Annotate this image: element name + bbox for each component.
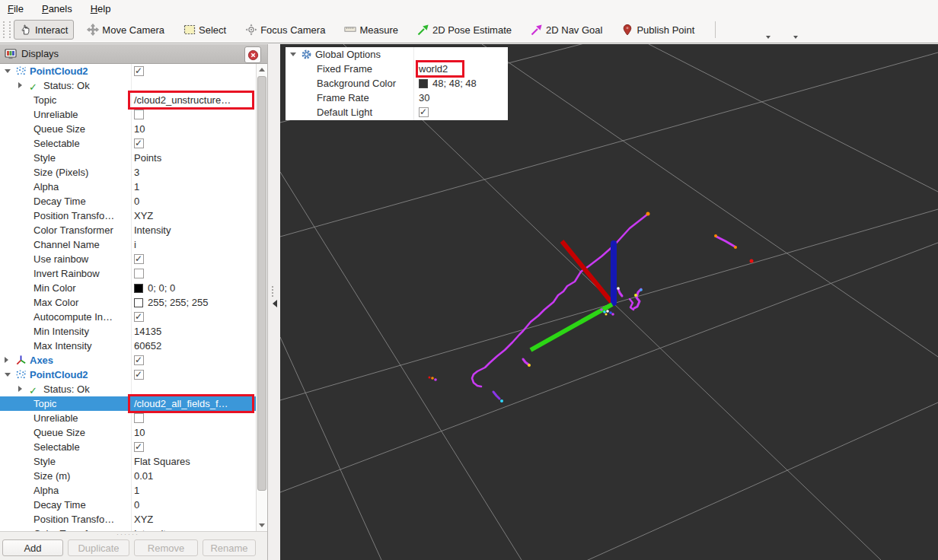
tree-row-invert-rainbow[interactable]: Invert Rainbow <box>0 266 257 281</box>
eye-button[interactable] <box>778 20 798 40</box>
property-value[interactable]: 10 <box>134 122 145 136</box>
property-value[interactable] <box>134 353 144 368</box>
expander-closed-icon[interactable] <box>18 82 22 88</box>
minus-button[interactable] <box>751 20 770 40</box>
tool-interact[interactable]: Interact <box>14 20 74 40</box>
property-value[interactable]: Flat Squares <box>134 454 190 469</box>
expander-open-icon[interactable] <box>5 373 11 377</box>
tree-row-size-pixels-[interactable]: Size (Pixels)3 <box>0 165 257 180</box>
property-value[interactable]: /cloud2_all_fields_f… <box>134 396 228 411</box>
checkbox-checked[interactable] <box>134 312 144 322</box>
plus-button[interactable] <box>723 20 743 40</box>
tree-row-min-color[interactable]: Min Color0; 0; 0 <box>0 281 257 295</box>
property-value[interactable]: Points <box>134 151 161 165</box>
scrollbar-thumb[interactable] <box>257 76 266 491</box>
tree-row-selectable[interactable]: Selectable <box>0 440 257 454</box>
property-value[interactable] <box>134 440 144 454</box>
property-value[interactable]: /cloud2_unstructure… <box>134 93 231 107</box>
tool-move-camera[interactable]: Move Camera <box>81 20 171 40</box>
property-value[interactable]: 1 <box>134 483 139 498</box>
tree-row-pointcloud2[interactable]: PointCloud2 <box>0 368 257 382</box>
menu-file[interactable]: File <box>8 3 24 14</box>
property-value[interactable] <box>134 368 144 382</box>
expander-closed-icon[interactable] <box>18 386 22 392</box>
property-value[interactable]: i <box>134 237 136 252</box>
property-value[interactable]: 10 <box>134 425 145 440</box>
checkbox-checked[interactable] <box>134 355 144 365</box>
tree-row-position-transfo-[interactable]: Position Transfo…XYZ <box>0 208 257 223</box>
rename-button[interactable]: Rename <box>203 539 256 556</box>
checkbox-unchecked[interactable] <box>134 110 144 119</box>
property-value[interactable] <box>134 136 144 151</box>
tree-row-decay-time[interactable]: Decay Time0 <box>0 498 257 512</box>
checkbox-checked[interactable] <box>134 370 144 380</box>
remove-button[interactable]: Remove <box>134 539 198 556</box>
checkbox-checked[interactable] <box>134 442 144 452</box>
toolbar-drag-handle[interactable] <box>3 21 11 38</box>
property-value[interactable]: 0 <box>134 194 139 208</box>
tree-row-style[interactable]: StylePoints <box>0 151 257 165</box>
tree-row-frame-rate[interactable]: Frame Rate30 <box>286 91 508 105</box>
tree-row-position-transfo-[interactable]: Position Transfo…XYZ <box>0 512 257 527</box>
tool-publish-point[interactable]: Publish Point <box>615 20 700 40</box>
tree-row-default-light[interactable]: Default Light <box>286 105 508 119</box>
property-value[interactable]: 3 <box>134 165 139 180</box>
property-value[interactable]: XYZ <box>134 512 153 527</box>
tree-row-status-ok[interactable]: ✓Status: Ok <box>0 78 257 93</box>
tree-row-min-intensity[interactable]: Min Intensity14135 <box>0 324 257 339</box>
tree-row-style[interactable]: StyleFlat Squares <box>0 454 257 469</box>
property-value[interactable]: 60652 <box>134 339 161 353</box>
tree-row-queue-size[interactable]: Queue Size10 <box>0 122 257 136</box>
tree-scrollbar[interactable] <box>256 64 267 531</box>
property-value[interactable] <box>134 252 144 266</box>
tool-measure[interactable]: Measure <box>338 20 404 40</box>
property-value[interactable]: 30 <box>419 91 429 105</box>
scroll-down-button[interactable] <box>257 520 267 531</box>
expander-open-icon[interactable] <box>5 69 11 73</box>
tool-select[interactable]: Select <box>177 20 232 40</box>
close-panel-button[interactable] <box>244 46 261 63</box>
property-value[interactable]: 255; 255; 255 <box>134 295 209 310</box>
checkbox-checked[interactable] <box>419 107 429 117</box>
tree-row-topic[interactable]: Topic/cloud2_unstructure… <box>0 93 257 107</box>
checkbox-checked[interactable] <box>134 254 144 264</box>
tree-row-autocompute-in-[interactable]: Autocompute In… <box>0 310 257 324</box>
add-button[interactable]: Add <box>2 539 63 556</box>
property-value[interactable]: 0 <box>134 498 139 512</box>
property-value[interactable]: world2 <box>419 62 448 76</box>
property-value[interactable] <box>134 107 144 122</box>
property-value[interactable]: 14135 <box>134 324 161 339</box>
checkbox-unchecked[interactable] <box>134 413 144 423</box>
dropdown-caret-icon[interactable] <box>793 36 798 39</box>
property-value[interactable]: 0; 0; 0 <box>134 281 175 295</box>
property-value[interactable] <box>419 105 429 119</box>
property-value[interactable]: 48; 48; 48 <box>419 76 477 91</box>
tree-row-background-color[interactable]: Background Color48; 48; 48 <box>286 76 508 91</box>
property-value[interactable]: 0.01 <box>134 469 153 483</box>
tree-row-topic[interactable]: Topic/cloud2_all_fields_f… <box>0 396 257 411</box>
tree-row-status-ok[interactable]: ✓Status: Ok <box>0 382 257 396</box>
displays-panel-header[interactable]: Displays <box>0 44 267 64</box>
tree-row-unreliable[interactable]: Unreliable <box>0 107 257 122</box>
tool-2d-pose-estimate[interactable]: 2D Pose Estimate <box>411 20 518 40</box>
checkbox-checked[interactable] <box>134 138 144 148</box>
tool-2d-nav-goal[interactable]: 2D Nav Goal <box>525 20 608 40</box>
tree-row-channel-name[interactable]: Channel Namei <box>0 237 257 252</box>
expander-open-icon[interactable] <box>290 52 296 56</box>
property-value[interactable] <box>134 411 144 425</box>
panel-splitter[interactable] <box>268 44 280 560</box>
tree-row-fixed-frame[interactable]: Fixed Frameworld2 <box>286 62 508 76</box>
duplicate-button[interactable]: Duplicate <box>68 539 129 556</box>
tree-row-max-intensity[interactable]: Max Intensity60652 <box>0 339 257 353</box>
checkbox-checked[interactable] <box>134 66 144 76</box>
tree-row-selectable[interactable]: Selectable <box>0 136 257 151</box>
3d-viewport[interactable]: Global OptionsFixed Frameworld2Backgroun… <box>280 44 938 560</box>
tree-row-global-options[interactable]: Global Options <box>286 47 508 62</box>
menu-help[interactable]: Help <box>91 3 111 14</box>
tree-row-max-color[interactable]: Max Color255; 255; 255 <box>0 295 257 310</box>
property-value[interactable] <box>134 310 144 324</box>
tree-row-use-rainbow[interactable]: Use rainbow <box>0 252 257 266</box>
dropdown-caret-icon[interactable] <box>766 36 770 39</box>
property-value[interactable]: 1 <box>134 180 139 194</box>
collapse-panel-icon[interactable] <box>273 300 277 307</box>
